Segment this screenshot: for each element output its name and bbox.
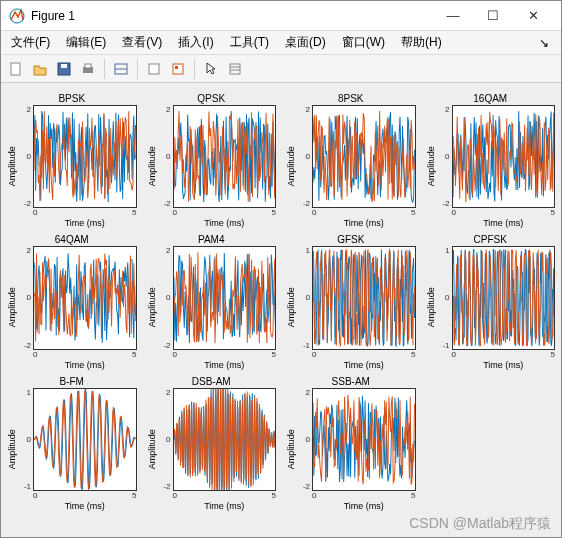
window-title: Figure 1 [31,9,433,23]
chart-16QAM: 16QAMAmplitude20-205Time (ms) [426,93,556,228]
ylabel: Amplitude [7,388,17,511]
xlabel: Time (ms) [157,501,277,511]
minimize-button[interactable]: — [433,2,473,30]
chart-plot[interactable] [33,388,137,491]
svg-rect-10 [175,66,178,69]
ylabel: Amplitude [147,105,157,228]
toolbar-sep [104,59,105,79]
chart-title: CPFSK [426,234,556,246]
yticks: 20-2 [157,246,173,349]
svg-rect-5 [85,64,91,68]
chart-plot[interactable] [33,105,137,208]
chart-title: PAM4 [147,234,277,246]
ylabel: Amplitude [286,105,296,228]
menu-edit[interactable]: 编辑(E) [60,32,112,53]
rotate-icon[interactable] [143,58,165,80]
yticks: 10-1 [296,246,312,349]
svg-rect-8 [149,64,159,74]
chart-PAM4: PAM4Amplitude20-205Time (ms) [147,234,277,369]
figure-window: Figure 1 — ☐ ✕ 文件(F) 编辑(E) 查看(V) 插入(I) 工… [0,0,562,538]
chart-GFSK: GFSKAmplitude10-105Time (ms) [286,234,416,369]
chart-plot[interactable] [452,105,556,208]
chart-SSB-AM: SSB-AMAmplitude20-205Time (ms) [286,376,416,511]
chart-plot[interactable] [173,388,277,491]
titlebar[interactable]: Figure 1 — ☐ ✕ [1,1,561,31]
ylabel: Amplitude [286,388,296,511]
chart-title: GFSK [286,234,416,246]
xlabel: Time (ms) [436,218,556,228]
chart-plot[interactable] [452,246,556,349]
chart-8PSK: 8PSKAmplitude20-205Time (ms) [286,93,416,228]
ylabel: Amplitude [147,388,157,511]
link-icon[interactable] [110,58,132,80]
chart-title: B-FM [7,376,137,388]
yticks: 20-2 [296,388,312,491]
watermark: CSDN @Matlab程序猿 [409,515,551,533]
yticks: 20-2 [17,246,33,349]
menu-window[interactable]: 窗口(W) [336,32,391,53]
svg-rect-11 [230,64,240,74]
xlabel: Time (ms) [296,218,416,228]
figure-area: BPSKAmplitude20-205Time (ms)QPSKAmplitud… [1,83,561,537]
ylabel: Amplitude [426,246,436,369]
chart-plot[interactable] [173,246,277,349]
maximize-button[interactable]: ☐ [473,2,513,30]
menu-help[interactable]: 帮助(H) [395,32,448,53]
chart-title: 8PSK [286,93,416,105]
close-button[interactable]: ✕ [513,2,553,30]
xlabel: Time (ms) [436,360,556,370]
chart-plot[interactable] [312,105,416,208]
chart-DSB-AM: DSB-AMAmplitude20-205Time (ms) [147,376,277,511]
chart-QPSK: QPSKAmplitude20-205Time (ms) [147,93,277,228]
ylabel: Amplitude [7,105,17,228]
menubar: 文件(F) 编辑(E) 查看(V) 插入(I) 工具(T) 桌面(D) 窗口(W… [1,31,561,55]
open-icon[interactable] [29,58,51,80]
menu-tools[interactable]: 工具(T) [224,32,275,53]
new-icon[interactable] [5,58,27,80]
ylabel: Amplitude [426,105,436,228]
chart-plot[interactable] [312,246,416,349]
ylabel: Amplitude [286,246,296,369]
pointer-icon[interactable] [200,58,222,80]
ylabel: Amplitude [147,246,157,369]
svg-rect-1 [11,63,20,75]
xticks: 05 [157,208,277,218]
xlabel: Time (ms) [157,218,277,228]
xlabel: Time (ms) [17,218,137,228]
yticks: 20-2 [157,105,173,208]
toolbar-sep [194,59,195,79]
xticks: 05 [17,350,137,360]
xticks: 05 [157,491,277,501]
toolbar [1,55,561,83]
chart-plot[interactable] [312,388,416,491]
menu-view[interactable]: 查看(V) [116,32,168,53]
toolbar-sep [137,59,138,79]
xticks: 05 [157,350,277,360]
chart-title: 16QAM [426,93,556,105]
xlabel: Time (ms) [296,501,416,511]
save-icon[interactable] [53,58,75,80]
xlabel: Time (ms) [157,360,277,370]
ylabel: Amplitude [7,246,17,369]
datacursor-icon[interactable] [167,58,189,80]
chart-CPFSK: CPFSKAmplitude10-105Time (ms) [426,234,556,369]
pan-icon[interactable] [224,58,246,80]
xticks: 05 [296,491,416,501]
chart-B-FM: B-FMAmplitude10-105Time (ms) [7,376,137,511]
chart-plot[interactable] [173,105,277,208]
xticks: 05 [436,350,556,360]
menu-accel-icon[interactable]: ↘ [533,34,557,52]
yticks: 20-2 [296,105,312,208]
xticks: 05 [296,208,416,218]
xlabel: Time (ms) [17,360,137,370]
xticks: 05 [436,208,556,218]
menu-insert[interactable]: 插入(I) [172,32,219,53]
print-icon[interactable] [77,58,99,80]
xticks: 05 [296,350,416,360]
menu-file[interactable]: 文件(F) [5,32,56,53]
chart-plot[interactable] [33,246,137,349]
yticks: 10-1 [436,246,452,349]
menu-desktop[interactable]: 桌面(D) [279,32,332,53]
chart-title: 64QAM [7,234,137,246]
chart-title: SSB-AM [286,376,416,388]
